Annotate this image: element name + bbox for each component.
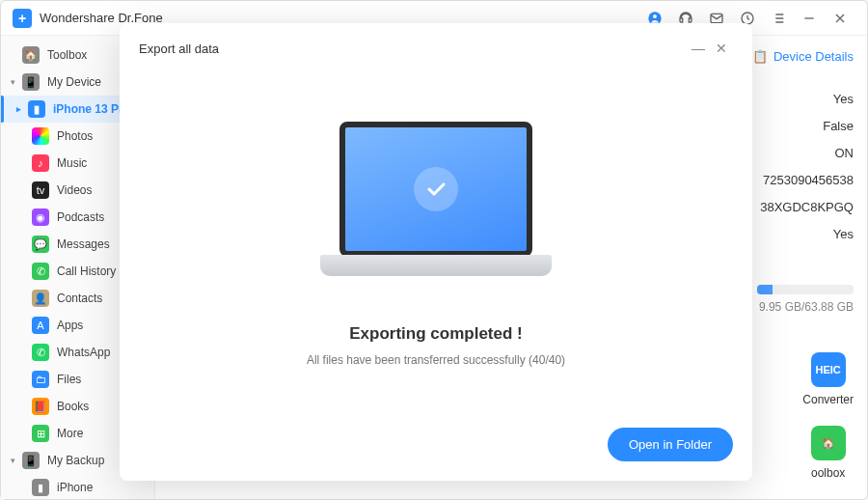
sidebar-item-label: Photos (57, 129, 93, 143)
sidebar-item-label: Podcasts (57, 210, 104, 224)
check-icon (414, 167, 458, 211)
modal-title: Export all data (139, 42, 219, 56)
music-icon: ♪ (32, 154, 49, 172)
videos-icon: tv (32, 181, 49, 199)
laptop-screen (339, 122, 532, 257)
modal-close-button[interactable]: ✕ (710, 37, 733, 60)
chevron-right-icon: ▸ (16, 104, 26, 114)
info-value: Yes (760, 86, 854, 113)
sidebar-item-label: Contacts (57, 292, 102, 305)
more-icon: ⊞ (32, 425, 49, 442)
chevron-down-icon: ▾ (11, 456, 20, 465)
sidebar-item-label: Videos (57, 183, 92, 197)
sidebar-item-label: Files (57, 373, 81, 386)
sidebar-item-label: My Device (47, 75, 101, 89)
messages-icon: 💬 (32, 236, 49, 253)
toolbox-tool-icon: 🏠 (811, 426, 846, 460)
modal-body: Exporting completed ! All files have bee… (139, 60, 733, 428)
modal-header: Export all data — ✕ (139, 37, 733, 60)
device-details-label: Device Details (773, 49, 854, 64)
sidebar-item-label: Music (57, 156, 87, 170)
tools-panel: HEIC Converter 🏠 oolbox (802, 352, 854, 480)
whatsapp-icon: ✆ (32, 344, 49, 361)
toolbox-icon: 🏠 (22, 46, 40, 64)
laptop-base (320, 255, 552, 276)
phone-icon: ✆ (32, 263, 49, 280)
sidebar-item-label: Call History (57, 264, 116, 278)
open-folder-button[interactable]: Open in Folder (608, 428, 733, 461)
phone-icon: ▮ (28, 100, 45, 118)
close-button[interactable] (827, 5, 854, 32)
files-icon: 🗀 (32, 371, 49, 388)
list-icon[interactable] (765, 5, 792, 32)
info-value: ON (760, 140, 854, 167)
device-info: Yes False ON 7253090456538 38XGDC8KPGQ Y… (760, 86, 854, 248)
tool-heic[interactable]: HEIC Converter (802, 352, 854, 406)
info-value: 38XGDC8KPGQ (760, 194, 854, 221)
podcasts-icon: ◉ (32, 208, 49, 226)
device-details-link[interactable]: 📋 Device Details (752, 49, 854, 64)
sidebar-item-label: Toolbox (47, 48, 87, 62)
iphone-icon: ▮ (32, 479, 49, 496)
contacts-icon: 👤 (32, 290, 49, 307)
device-icon: 📱 (22, 73, 40, 91)
sidebar-item-label: iPhone (57, 481, 93, 494)
sidebar-item-label: My Backup (47, 454, 104, 467)
chevron-down-icon: ▾ (11, 77, 20, 87)
sidebar-item-label: Books (57, 400, 89, 413)
details-icon: 📋 (752, 49, 768, 64)
laptop-illustration (320, 122, 552, 295)
storage-bar (757, 285, 854, 294)
app-logo: + (13, 9, 32, 28)
export-modal: Export all data — ✕ Exporting completed … (120, 23, 752, 481)
modal-minimize-button[interactable]: — (687, 37, 710, 60)
storage-fill (757, 285, 773, 294)
modal-footer: Open in Folder (139, 428, 733, 461)
books-icon: 📕 (32, 398, 49, 415)
sidebar-item-label: Apps (57, 319, 83, 332)
photos-icon (32, 127, 49, 145)
tool-label: Converter (802, 393, 854, 406)
storage-text: 9.95 GB/63.88 GB (757, 300, 854, 314)
svg-point-1 (653, 14, 657, 18)
heic-icon: HEIC (811, 352, 846, 387)
storage-block: 9.95 GB/63.88 GB (757, 285, 854, 314)
export-heading: Exporting completed ! (349, 324, 522, 344)
info-value: 7253090456538 (760, 167, 854, 194)
tool-label: oolbox (811, 466, 845, 480)
info-value: Yes (760, 221, 854, 248)
backup-icon: 📱 (22, 452, 40, 469)
export-subtext: All files have been transferred successf… (307, 353, 565, 367)
tool-toolbox[interactable]: 🏠 oolbox (802, 426, 854, 480)
sidebar-item-label: WhatsApp (57, 346, 110, 359)
minimize-button[interactable] (796, 5, 823, 32)
sidebar-item-label: More (57, 427, 83, 440)
info-value: False (760, 113, 854, 140)
sidebar-item-label: Messages (57, 237, 110, 251)
apps-icon: A (32, 317, 49, 334)
